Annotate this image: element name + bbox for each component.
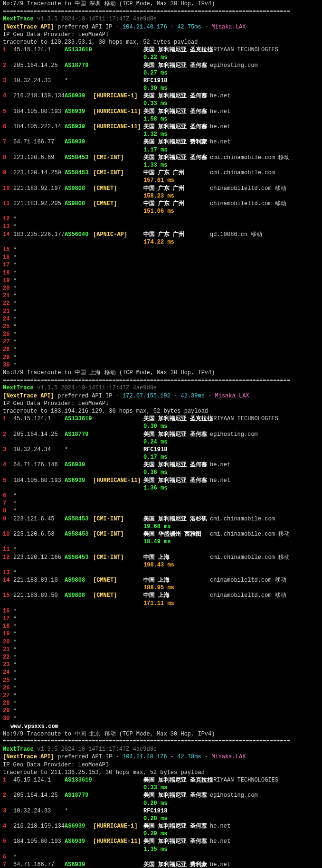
section-title: No:8/9 Traceroute to 中国 上海 移动 (TCP Mode,… [3,369,319,377]
hop-number: 27 [3,692,13,699]
hop-number: 15 [3,246,13,254]
hop-row: 27* [3,692,319,699]
location: 美国 加利福尼亚 圣何塞 [143,108,210,115]
hop-row: 18* [3,269,319,277]
hop-row: 26* [3,330,319,338]
tag: [HURRICANE-1] [93,822,143,830]
star: * [13,261,17,269]
geo-line: IP Geo Data Provider: LeoMoeAPI [3,761,319,769]
hop-row: 17* [3,615,319,623]
latency: 18.49 ms [143,538,171,545]
asn: AS6939 [65,838,93,845]
asn: AS6939 [65,477,93,484]
hop-number: 3 [3,446,13,453]
star: * [13,646,17,653]
hop-row: 15221.183.89.50AS9808[CMNET]中国 上海 chinam… [3,592,319,599]
hop-number: 1 [3,415,13,423]
ip: 64.71.166.77 [13,861,65,868]
hop-row: 14183.235.226.177AS56040[APNIC-AP]中国 广东 … [3,231,319,238]
asn: AS56040 [65,231,93,238]
tag: [HURRICANE-1] [93,92,143,100]
latency-row: 1.33 ms [3,161,319,169]
location: 中国 广东 广州 [143,185,210,192]
location: 美国 华盛顿州 西雅图 [143,530,210,538]
host: SRIYAAN TECHNOLOGIES [210,776,278,784]
latency: 0.24 ms [143,439,167,445]
hop-row: 6184.105.222.14AS6939[HURRICANE-11]美国 加利… [3,123,319,131]
latency: 1.36 ms [143,485,167,491]
latency: 0.22 ms [143,54,167,61]
hop-row: 19* [3,630,319,638]
hop-number: 7 [3,138,13,146]
latency-row: 0.17 ms [3,453,319,461]
star: * [13,638,17,646]
ip: 223.120.6.69 [13,154,65,161]
tag: [HURRICANE-11] [93,108,143,115]
star: * [13,223,17,230]
latency: 0.17 ms [143,454,167,461]
ip: 221.183.89.50 [13,592,65,599]
latency: 0.36 ms [143,469,167,476]
latency-row: 174.22 ms [3,238,319,246]
host: SRIYAAN TECHNOLOGIES [210,415,278,423]
hop-row: 21* [3,292,319,300]
star: * [13,715,17,722]
latency: 1.35 ms [143,846,167,853]
tag: [HURRICANE-11] [93,123,143,131]
location: 美国 加利福尼亚 圣克拉拉 [143,415,210,423]
asn: AS6939 [65,138,93,146]
location: 中国 广东 广州 [143,169,210,177]
latency-row: 188.95 ms [3,584,319,592]
hop-number: 18 [3,269,13,277]
hop-number: 10 [3,530,13,538]
hop-number: 14 [3,576,13,584]
hop-row: 20* [3,284,319,292]
hop-row: 10221.183.92.197AS9808[CMNET]中国 广东 广州 ch… [3,185,319,192]
hop-number: 5 [3,838,13,845]
trace-line: traceroute to 211.136.25.153, 30 hops ma… [3,769,319,776]
location: 中国 上海 [143,592,210,599]
location: 美国 加利福尼亚 圣何塞 [143,154,210,161]
tag [93,792,143,799]
latency-row: 0.22 ms [3,54,319,61]
tag: [CMI-INT] [93,154,143,161]
star: * [13,246,17,254]
latency: 174.22 ms [143,239,174,245]
latency-row: 0.24 ms [3,438,319,446]
star: * [13,215,17,223]
location: 美国 加利福尼亚 圣何塞 [143,431,210,438]
hop-row: 12223.120.12.166AS58453[CMI-INT]中国 上海 cm… [3,554,319,561]
hop-number: 12 [3,554,13,561]
latency: 1.32 ms [143,131,167,138]
hop-row: 13* [3,569,319,576]
host: cmi.chinamobile.com 移动 [210,554,290,561]
star: * [13,284,17,292]
hop-number: 1 [3,776,13,784]
hop-row: 14221.183.89.10AS9808[CMNET]中国 上海 chinam… [3,576,319,584]
host: cmi.chinamobile.com [210,515,275,523]
latency: 158.23 ms [143,193,174,199]
hop-number: 13 [3,223,13,230]
star: * [13,699,17,707]
latency-row: 19.68 ms [3,523,319,530]
asn: AS6939 [65,822,93,830]
asn: AS6939 [65,92,93,100]
hop-row: 145.15.124.1AS133619美国 加利福尼亚 圣克拉拉 SRIYAA… [3,415,319,423]
latency: 1.58 ms [143,116,167,123]
watermark: www.vpsxxs.com [3,723,319,730]
hop-number: 6 [3,492,13,500]
hop-number: 2 [3,431,13,438]
star: * [13,346,17,353]
star: * [13,630,17,638]
hop-number: 22 [3,300,13,307]
hop-number: 26 [3,684,13,692]
star: * [13,623,17,630]
star: * [13,661,17,669]
star: * [13,507,17,515]
ip: 205.164.14.25 [13,792,65,799]
hop-number: 27 [3,338,13,346]
hop-row: 310.32.24.34*RFC1918 [3,446,319,453]
latency-row: 158.23 ms [3,192,319,200]
asn: AS9808 [65,576,93,584]
hop-number: 2 [3,62,13,69]
